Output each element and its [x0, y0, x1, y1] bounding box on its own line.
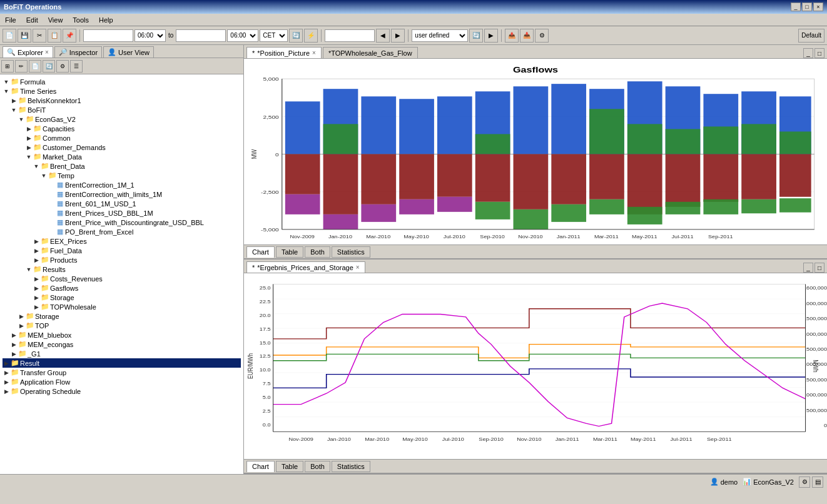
tree-node-transfergroup[interactable]: ▶ 📁 Transfer Group [3, 368, 241, 377]
tree-node-appflow[interactable]: ▶ 📁 Application Flow [3, 377, 241, 386]
chart-panel-min[interactable]: _ [803, 48, 813, 58]
tree-node-costsrev[interactable]: ▶ 📁 Costs_Revenues [3, 274, 241, 283]
toggle-formula[interactable]: ▼ [3, 79, 10, 85]
toggle-temp[interactable]: ▼ [40, 173, 48, 179]
menu-file[interactable]: File [3, 16, 19, 24]
mode-btn2[interactable]: ▶ [484, 29, 498, 43]
tree-node-brent601[interactable]: ▦ Brent_601_1M_USD_1 [3, 199, 241, 208]
toggle-storage2[interactable]: ▶ [18, 313, 25, 320]
ergebnis-close[interactable]: × [356, 264, 360, 271]
tab-ergebnis[interactable]: * *Ergebnis_Prices_and_Storage × [246, 261, 365, 273]
tree-node-customer[interactable]: ▶ 📁 Customer_Demands [3, 143, 241, 152]
minimize-button[interactable]: _ [791, 3, 801, 11]
tree-btn5[interactable]: ⚙ [56, 60, 69, 73]
tab-position-picture[interactable]: * *Position_Picture × [246, 47, 322, 58]
tree-node-opschedule[interactable]: ▶ 📁 Operating Schedule [3, 386, 241, 396]
import-btn[interactable]: 📥 [520, 29, 534, 43]
chart-panel-max[interactable]: □ [814, 48, 824, 58]
bottom-panel-max[interactable]: □ [814, 263, 824, 273]
tree-btn4[interactable]: 🔄 [43, 60, 55, 73]
date-nav2[interactable]: ▶ [391, 29, 405, 43]
new-button[interactable]: 📄 [3, 29, 16, 43]
tree-btn1[interactable]: ⊞ [1, 60, 14, 73]
save-button[interactable]: 💾 [18, 29, 31, 43]
export-btn[interactable]: 📤 [505, 29, 519, 43]
explorer-close[interactable]: × [45, 49, 49, 56]
toggle-econgas[interactable]: ▼ [18, 116, 25, 123]
bottom-both-btn[interactable]: Both [305, 461, 330, 472]
toggle-top[interactable]: ▶ [18, 323, 25, 329]
toggle-result[interactable]: ▶ [3, 360, 10, 366]
bottom-panel-min[interactable]: _ [803, 263, 813, 273]
cut-button[interactable]: ✂ [33, 29, 46, 43]
tab-pos-close[interactable]: × [312, 49, 316, 56]
bottom-table-btn[interactable]: Table [276, 461, 303, 472]
tree-node-storage2[interactable]: ▶ 📁 Storage [3, 311, 241, 321]
copy-button[interactable]: 📋 [48, 29, 61, 43]
tree-node-bofit[interactable]: ▼ 📁 BoFiT [3, 105, 241, 114]
toggle-common[interactable]: ▶ [25, 135, 33, 141]
close-button[interactable]: × [813, 3, 823, 11]
toggle-membluebox[interactable]: ▶ [10, 332, 18, 338]
top-stats-btn[interactable]: Statistics [332, 246, 370, 258]
toggle-gasflows[interactable]: ▶ [33, 285, 40, 291]
toggle-brentdata[interactable]: ▼ [33, 163, 40, 169]
maximize-button[interactable]: □ [802, 3, 812, 11]
toggle-eexprices[interactable]: ▶ [33, 238, 40, 244]
menu-view[interactable]: View [46, 16, 66, 24]
tree-node-formula[interactable]: ▼ 📁 Formula [3, 77, 241, 86]
toggle-costsrev[interactable]: ▶ [33, 276, 40, 282]
menu-tools[interactable]: Tools [70, 16, 91, 24]
tree-node-temp[interactable]: ▼ 📁 Temp [3, 171, 241, 180]
settings-btn[interactable]: ⚙ [535, 29, 549, 43]
date-nav1[interactable]: ◀ [376, 29, 390, 43]
toggle-capacities[interactable]: ▶ [25, 126, 33, 132]
tree-btn3[interactable]: 📄 [29, 60, 41, 73]
toggle-topwholesale[interactable]: ▶ [33, 304, 40, 310]
top-table-btn[interactable]: Table [276, 246, 303, 258]
bottom-stats-btn[interactable]: Statistics [332, 461, 370, 472]
toggle-belvisk[interactable]: ▶ [10, 98, 18, 104]
toggle-customer[interactable]: ▶ [25, 144, 33, 151]
status-extra-btn[interactable]: ▤ [812, 476, 823, 488]
timezone-select[interactable]: CET [260, 29, 288, 42]
toggle-marketdata[interactable]: ▼ [25, 154, 33, 160]
tree-node-econgas[interactable]: ▼ 📁 EconGas_V2 [3, 114, 241, 124]
toggle-memecongas[interactable]: ▶ [10, 341, 18, 348]
refresh-btn2[interactable]: ⚡ [304, 29, 318, 43]
tree-node-top[interactable]: ▶ 📁 TOP [3, 321, 241, 330]
tree-container[interactable]: ▼ 📁 Formula ▼ 📁 Time Series ▶ 📁 BelvisKo… [0, 74, 243, 474]
toggle-bofit[interactable]: ▼ [10, 107, 18, 113]
time-from-select[interactable]: 06:00 [134, 29, 166, 42]
tree-node-eexprices[interactable]: ▶ 📁 EEX_Prices [3, 236, 241, 246]
current-date-input[interactable]: 25-11-2009 [325, 29, 375, 42]
toggle-timeseries[interactable]: ▼ [3, 88, 10, 94]
tree-node-brentdata[interactable]: ▼ 📁 Brent_Data [3, 161, 241, 171]
tree-node-fueldata[interactable]: ▶ 📁 Fuel_Data [3, 246, 241, 255]
tree-node-brentcorr1[interactable]: ▦ BrentCorrection_1M_1 [3, 180, 241, 189]
date-from-input[interactable]: 01-10-2009 [83, 29, 133, 42]
tree-node-brentprices[interactable]: ▦ Brent_Prices_USD_BBL_1M [3, 208, 241, 218]
tree-node-pobrent[interactable]: ▦ PO_Brent_from_Excel [3, 227, 241, 236]
tree-btn2[interactable]: ✏ [15, 60, 28, 73]
toggle-products[interactable]: ▶ [33, 257, 40, 263]
time-to-select[interactable]: 06:00 [227, 29, 258, 42]
toggle-fueldata[interactable]: ▶ [33, 248, 40, 254]
toggle-appflow[interactable]: ▶ [3, 379, 10, 385]
tab-inspector[interactable]: 🔎 Inspector [54, 46, 102, 58]
top-chart-btn[interactable]: Chart [246, 246, 275, 258]
tree-node-brentprice2[interactable]: ▦ Brent_Price_with_Discountingrate_USD_B… [3, 218, 241, 227]
paste-button[interactable]: 📌 [63, 29, 76, 43]
tree-node-memecongas[interactable]: ▶ 📁 MEM_econgas [3, 340, 241, 349]
tree-node-brentcorrlim[interactable]: ▦ BrentCorrection_with_limits_1M [3, 189, 241, 199]
toggle-storage[interactable]: ▶ [33, 295, 40, 301]
tab-explorer[interactable]: 🔍 Explorer × [3, 46, 53, 58]
toggle-g1[interactable]: ▶ [10, 351, 18, 357]
tab-userview[interactable]: 👤 User View [103, 46, 154, 58]
mode-btn1[interactable]: 🔄 [469, 29, 483, 43]
bottom-chart-btn[interactable]: Chart [246, 461, 275, 472]
tree-node-topwholesale[interactable]: ▶ 📁 TOPWholesale [3, 302, 241, 311]
status-settings-btn[interactable]: ⚙ [799, 476, 810, 488]
tree-node-belvisk[interactable]: ▶ 📁 BelvisKonnektor1 [3, 96, 241, 105]
tree-node-capacities[interactable]: ▶ 📁 Capacities [3, 124, 241, 133]
